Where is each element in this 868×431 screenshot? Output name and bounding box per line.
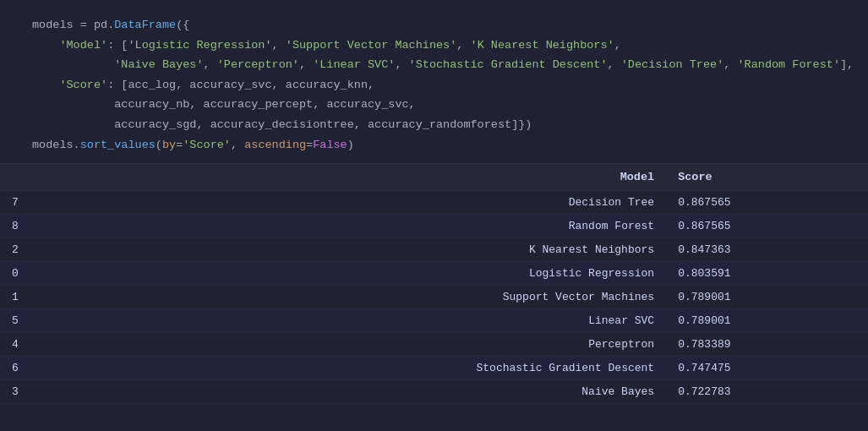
code-token: ) — [347, 139, 354, 151]
col-header-score: Score — [666, 164, 868, 191]
code-token: , — [608, 58, 621, 71]
code-line: 'Naive Bayes', 'Perceptron', 'Linear SVC… — [0, 55, 868, 75]
code-line: 'Score': [acc_log, accuracy_svc, accurac… — [0, 75, 868, 95]
table-row: 6Stochastic Gradient Descent0.747475 — [0, 357, 868, 380]
code-token: , — [272, 79, 286, 91]
cell-score: 0.747475 — [666, 357, 868, 380]
code-token: models — [32, 19, 74, 31]
code-token: , — [395, 58, 408, 71]
code-line: models.sort_values(by='Score', ascending… — [0, 135, 868, 155]
line-content: 'Score': [acc_log, accuracy_svc, accurac… — [24, 76, 868, 95]
cell-index: 6 — [0, 357, 101, 380]
code-token: accuracy_knn — [286, 79, 368, 91]
cell-model: Random Forest — [101, 215, 666, 238]
code-line: 'Model': ['Logistic Regression', 'Suppor… — [0, 35, 868, 56]
code-token: 'Score' — [32, 79, 107, 91]
code-token: , — [176, 79, 189, 91]
cell-index: 2 — [0, 238, 101, 262]
line-content: models.sort_values(by='Score', ascending… — [24, 136, 868, 155]
code-token: ascending — [244, 139, 306, 151]
code-token: 'Decision Tree' — [621, 58, 724, 71]
code-token: , — [299, 58, 313, 71]
cell-model: Decision Tree — [101, 191, 666, 215]
line-content: models = pd.DataFrame({ — [24, 16, 868, 35]
line-content: accuracy_sgd, accuracy_decisiontree, acc… — [24, 116, 868, 134]
code-token: pd — [94, 19, 107, 31]
table-row: 4Perceptron0.783389 — [0, 333, 868, 357]
code-token: , — [196, 118, 210, 131]
code-token: = — [74, 19, 94, 31]
results-table: Model Score 7Decision Tree0.8675658Rando… — [0, 164, 868, 404]
code-token: , — [189, 98, 203, 111]
code-token: accuracy_nb — [114, 98, 189, 111]
code-token: , — [723, 58, 737, 71]
code-token: accuracy_sgd — [114, 118, 196, 131]
table-section: Model Score 7Decision Tree0.8675658Rando… — [0, 164, 868, 404]
code-token: 'Support Vector Machines' — [286, 39, 457, 52]
code-token: 'Score' — [183, 139, 231, 151]
col-header-model: Model — [101, 164, 666, 191]
code-token — [32, 118, 114, 131]
cell-model: Linear SVC — [101, 309, 666, 333]
table-row: 2K Nearest Neighbors0.847363 — [0, 238, 868, 262]
code-token: by — [162, 139, 176, 151]
code-token: 'K Nearest Neighbors' — [471, 39, 614, 52]
code-token: sort_values — [80, 139, 156, 151]
cell-index: 3 — [0, 380, 101, 404]
code-token: acc_log — [128, 79, 176, 91]
cell-model: Perceptron — [101, 333, 666, 357]
code-token: accuracy_randomforest — [368, 118, 511, 131]
code-token: models — [32, 139, 74, 151]
cell-index: 1 — [0, 286, 101, 309]
table-row: 5Linear SVC0.789001 — [0, 309, 868, 333]
cell-score: 0.867565 — [666, 191, 868, 215]
code-token: , — [272, 39, 286, 52]
code-token: accuracy_decisiontree — [210, 118, 354, 131]
code-token: ({ — [176, 19, 189, 31]
cell-index: 5 — [0, 309, 101, 333]
code-token: . — [74, 139, 80, 151]
code-token: , — [456, 39, 470, 52]
table-row: 7Decision Tree0.867565 — [0, 191, 868, 215]
line-content: 'Model': ['Logistic Regression', 'Suppor… — [24, 36, 868, 55]
code-token: ( — [156, 139, 162, 151]
cell-model: Support Vector Machines — [101, 286, 666, 309]
code-token: , — [409, 98, 416, 111]
cell-score: 0.867565 — [666, 215, 868, 238]
code-token: 'Model' — [32, 39, 107, 52]
table-row: 8Random Forest0.867565 — [0, 215, 868, 238]
table-row: 0Logistic Regression0.803591 — [0, 262, 868, 286]
code-token: ]}) — [511, 118, 532, 131]
table-row: 1Support Vector Machines0.789001 — [0, 286, 868, 309]
code-token: False — [313, 139, 347, 151]
code-line: accuracy_nb, accuracy_percept, accuracy_… — [0, 95, 868, 115]
cell-score: 0.783389 — [666, 333, 868, 357]
code-token: , — [231, 139, 244, 151]
code-token: 'Logistic Regression' — [128, 39, 271, 52]
code-token — [32, 98, 114, 111]
cell-score: 0.847363 — [666, 238, 868, 262]
cell-index: 0 — [0, 262, 101, 286]
code-token: , — [204, 58, 217, 71]
code-token: : [ — [107, 79, 128, 91]
cell-score: 0.803591 — [666, 262, 868, 286]
code-token: 'Stochastic Gradient Descent' — [409, 58, 608, 71]
cell-score: 0.789001 — [666, 286, 868, 309]
cell-model: K Nearest Neighbors — [101, 238, 666, 262]
code-token: accuracy_percept — [204, 98, 314, 111]
cell-score: 0.789001 — [666, 309, 868, 333]
cell-score: 0.722783 — [666, 380, 868, 404]
line-content: 'Naive Bayes', 'Perceptron', 'Linear SVC… — [24, 56, 868, 74]
code-token: 'Perceptron' — [217, 58, 299, 71]
cell-index: 4 — [0, 333, 101, 357]
code-line: models = pd.DataFrame({ — [0, 15, 868, 35]
cell-model: Naive Bayes — [101, 380, 666, 404]
code-token: , — [614, 39, 621, 52]
main-container: models = pd.DataFrame({ 'Model': ['Logis… — [0, 0, 868, 404]
code-token: = — [306, 139, 313, 151]
code-line: accuracy_sgd, accuracy_decisiontree, acc… — [0, 115, 868, 135]
cell-model: Logistic Regression — [101, 262, 666, 286]
code-token: 'Random Forest' — [737, 58, 840, 71]
code-token: ], — [840, 58, 854, 71]
code-token: , — [368, 79, 374, 91]
